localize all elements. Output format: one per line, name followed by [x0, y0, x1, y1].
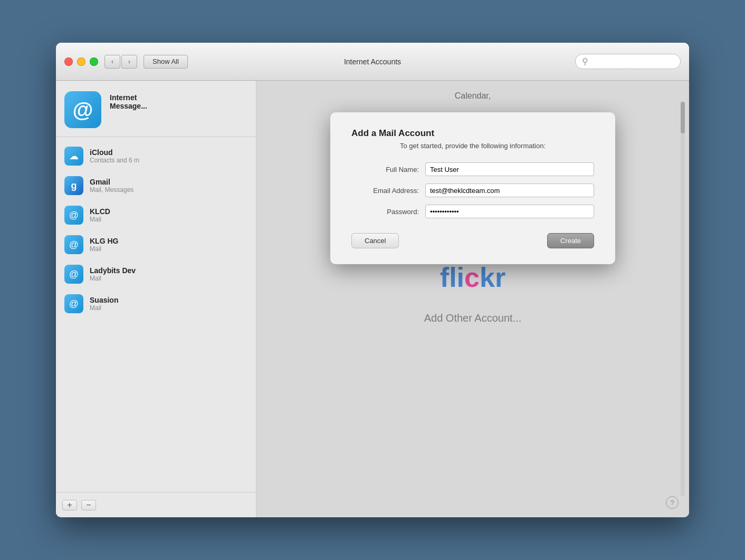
window-body: @ InternetMessage... ☁ iCloud Contacts a…	[56, 81, 689, 517]
modal-title: Add a Mail Account	[351, 128, 594, 139]
back-button[interactable]: ‹	[104, 55, 120, 69]
add-account-button[interactable]: +	[62, 500, 77, 510]
modal-subtitle: To get started, provide the following in…	[351, 142, 594, 150]
minimize-button[interactable]	[77, 57, 85, 66]
account-info-icloud: iCloud Contacts and 6 m	[90, 148, 139, 164]
right-panel: Calendar, YAHOO! AOL. vimeo flickr Add O…	[256, 81, 689, 517]
modal-buttons: Cancel Create	[351, 233, 594, 248]
search-input[interactable]	[591, 57, 674, 65]
create-button[interactable]: Create	[547, 233, 594, 248]
full-name-input[interactable]	[425, 162, 594, 176]
full-name-row: Full Name:	[351, 162, 594, 176]
account-info-klghg: KLG HG Mail	[90, 237, 118, 253]
remove-account-button[interactable]: −	[81, 500, 96, 510]
account-name-suasion: Suasion	[90, 296, 118, 304]
email-row: Email Address:	[351, 184, 594, 197]
forward-button[interactable]: ›	[121, 55, 137, 69]
sidebar: @ InternetMessage... ☁ iCloud Contacts a…	[56, 81, 256, 517]
accounts-list: ☁ iCloud Contacts and 6 m g Gmail Mail, …	[56, 137, 256, 492]
search-bar[interactable]: ⚲	[575, 54, 681, 69]
internet-accounts-icon: @	[64, 91, 101, 128]
sidebar-header-text: InternetMessage...	[110, 91, 147, 112]
close-button[interactable]	[64, 57, 73, 66]
cancel-button[interactable]: Cancel	[351, 233, 399, 248]
account-detail-ladybits: Mail	[90, 275, 136, 282]
full-name-label: Full Name:	[351, 166, 425, 173]
email-label: Email Address:	[351, 187, 425, 195]
suasion-icon: @	[64, 294, 83, 313]
account-name-klghg: KLG HG	[90, 237, 118, 245]
account-item-klcd[interactable]: @ KLCD Mail	[56, 200, 256, 230]
klghg-icon: @	[64, 235, 83, 254]
account-detail-klcd: Mail	[90, 216, 110, 223]
account-name-ladybits: Ladybits Dev	[90, 266, 136, 275]
account-item-icloud[interactable]: ☁ iCloud Contacts and 6 m	[56, 141, 256, 171]
show-all-button[interactable]: Show All	[144, 55, 188, 69]
account-item-ladybits[interactable]: @ Ladybits Dev Mail	[56, 259, 256, 289]
add-mail-account-modal: Add a Mail Account To get started, provi…	[330, 112, 615, 264]
account-item-gmail[interactable]: g Gmail Mail, Messages	[56, 171, 256, 200]
account-name-gmail: Gmail	[90, 178, 133, 186]
ladybits-icon: @	[64, 265, 83, 284]
search-icon: ⚲	[582, 56, 588, 66]
account-info-klcd: KLCD Mail	[90, 207, 110, 223]
account-info-ladybits: Ladybits Dev Mail	[90, 266, 136, 282]
modal-overlay: Add a Mail Account To get started, provi…	[256, 81, 689, 517]
account-name-icloud: iCloud	[90, 148, 139, 157]
password-input[interactable]	[425, 205, 594, 218]
account-name-klcd: KLCD	[90, 207, 110, 216]
account-info-gmail: Gmail Mail, Messages	[90, 178, 133, 194]
password-label: Password:	[351, 208, 425, 216]
account-detail-gmail: Mail, Messages	[90, 186, 133, 194]
account-item-suasion[interactable]: @ Suasion Mail	[56, 289, 256, 318]
nav-buttons: ‹ ›	[104, 55, 137, 69]
traffic-lights	[64, 57, 98, 66]
maximize-button[interactable]	[90, 57, 98, 66]
gmail-icon: g	[64, 176, 83, 195]
sidebar-header: @ InternetMessage...	[56, 81, 256, 137]
account-detail-icloud: Contacts and 6 m	[90, 157, 139, 164]
title-bar: ‹ › Show All Internet Accounts ⚲	[56, 43, 689, 81]
icloud-icon: ☁	[64, 147, 83, 166]
password-row: Password:	[351, 205, 594, 218]
account-detail-suasion: Mail	[90, 304, 118, 312]
window-title: Internet Accounts	[344, 57, 401, 66]
account-info-suasion: Suasion Mail	[90, 296, 118, 312]
sidebar-footer: + −	[56, 492, 256, 517]
account-item-klghg[interactable]: @ KLG HG Mail	[56, 230, 256, 259]
klcd-icon: @	[64, 206, 83, 225]
email-input[interactable]	[425, 184, 594, 197]
internet-accounts-window: ‹ › Show All Internet Accounts ⚲ @ Inter…	[56, 43, 689, 517]
sidebar-header-title: InternetMessage...	[110, 93, 147, 110]
account-detail-klghg: Mail	[90, 245, 118, 253]
